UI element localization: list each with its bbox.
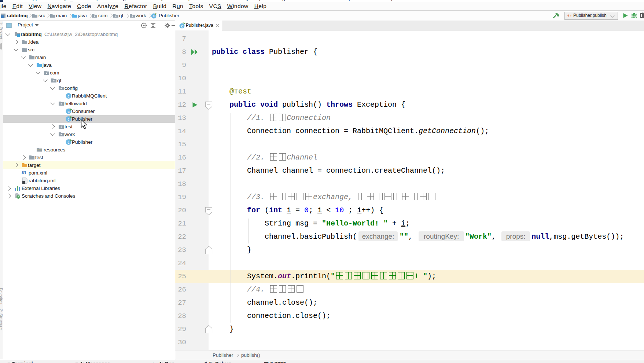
svg-text:c: c [181,24,183,28]
svg-text:c: c [153,14,155,18]
svg-text:c: c [67,117,70,121]
svg-text:c: c [67,140,70,144]
svg-text:c: c [67,94,70,98]
svg-text:c: c [67,110,70,114]
